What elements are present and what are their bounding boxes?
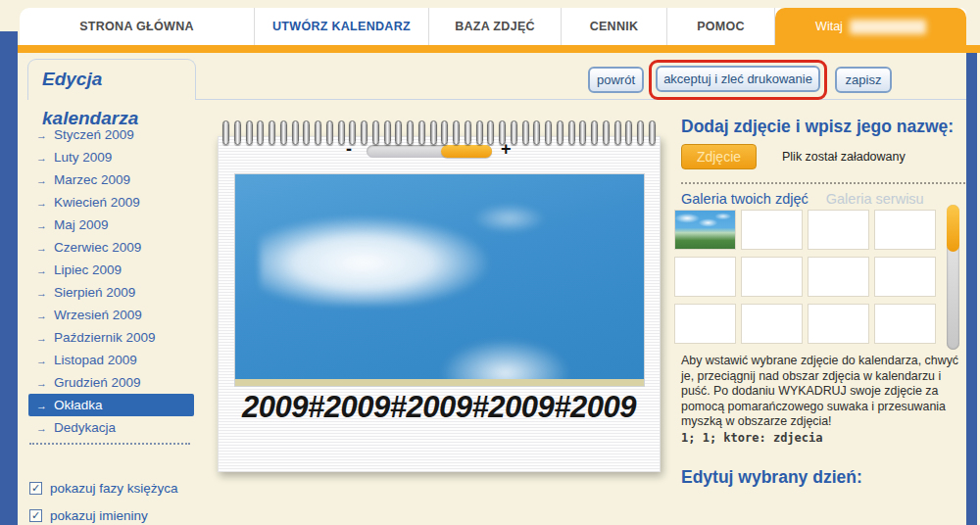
gallery-thumbnail-6[interactable] bbox=[808, 257, 869, 297]
right-edge-stripe bbox=[966, 53, 977, 525]
gallery-tab-bar: Galeria twoich zdjęćGaleria serwisu bbox=[681, 191, 924, 207]
checkbox-icon[interactable]: ✓ bbox=[29, 482, 42, 495]
arrow-icon: → bbox=[36, 422, 47, 434]
sidebar-item-label: Dedykacja bbox=[54, 420, 116, 435]
nav-tab-3[interactable]: CENNIK bbox=[562, 8, 667, 45]
tab-rule bbox=[196, 99, 966, 100]
sidebar-item-label: Styczeń 2009 bbox=[54, 127, 134, 142]
sidebar-item-13[interactable]: →Dedykacja bbox=[28, 416, 194, 439]
sidebar-item-0[interactable]: →Styczeń 2009 bbox=[28, 123, 194, 146]
spiral-ring bbox=[246, 120, 253, 145]
sidebar-item-1[interactable]: →Luty 2009 bbox=[28, 146, 194, 168]
gallery-tab-0[interactable]: Galeria twoich zdjęć bbox=[681, 191, 808, 207]
sidebar-item-12[interactable]: →Okładka bbox=[28, 394, 194, 416]
sidebar-item-9[interactable]: →Październik 2009 bbox=[28, 326, 194, 349]
highlight-annotation: akceptuj i zleć drukowanie bbox=[649, 60, 827, 100]
upload-photo-button[interactable]: Zdjęcie bbox=[681, 144, 757, 169]
nav-tab-4[interactable]: POMOC bbox=[667, 8, 775, 45]
display-options: ✓pokazuj fazy księżyca✓pokazuj imieniny bbox=[29, 474, 206, 525]
display-option-checkbox-1[interactable]: ✓pokazuj imieniny bbox=[29, 501, 206, 525]
gallery-thumbnail-2[interactable] bbox=[808, 210, 869, 250]
spiral-ring bbox=[407, 120, 414, 145]
arrow-icon: → bbox=[36, 197, 47, 209]
spiral-ring bbox=[315, 120, 321, 145]
checkbox-label: pokazuj fazy księżyca bbox=[50, 481, 178, 496]
gallery-thumbnail-8[interactable] bbox=[674, 304, 736, 344]
spiral-ring bbox=[257, 120, 264, 145]
spiral-ring bbox=[222, 120, 229, 145]
spiral-ring bbox=[522, 120, 529, 145]
gallery-thumbnail-10[interactable] bbox=[808, 304, 869, 344]
sidebar-item-label: Grudzień 2009 bbox=[54, 375, 141, 390]
sidebar-item-label: Maj 2009 bbox=[54, 217, 109, 232]
sidebar-item-8[interactable]: →Wrzesień 2009 bbox=[28, 304, 194, 326]
spiral-ring bbox=[430, 120, 437, 145]
spiral-ring bbox=[591, 120, 598, 145]
accept-and-print-button[interactable]: akceptuj i zleć drukowanie bbox=[656, 66, 820, 92]
arrow-icon: → bbox=[36, 152, 47, 164]
sidebar-item-2[interactable]: →Marzec 2009 bbox=[28, 168, 194, 191]
welcome-account-tab[interactable]: Witaj bbox=[775, 8, 966, 45]
sidebar-divider bbox=[29, 443, 190, 445]
checkbox-icon[interactable]: ✓ bbox=[29, 509, 42, 522]
arrow-icon: → bbox=[36, 242, 47, 254]
gallery-thumbnail-1[interactable] bbox=[741, 210, 803, 250]
spiral-ring bbox=[280, 120, 287, 145]
arrow-icon: → bbox=[36, 332, 47, 344]
sidebar-item-6[interactable]: →Lipiec 2009 bbox=[28, 259, 194, 281]
sidebar-item-5[interactable]: →Czerwiec 2009 bbox=[28, 236, 194, 259]
photo-bottom-strip bbox=[235, 379, 644, 386]
welcome-label: Witaj bbox=[815, 20, 843, 33]
arrow-icon: → bbox=[36, 310, 47, 321]
sidebar-item-3[interactable]: →Kwiecień 2009 bbox=[28, 191, 194, 214]
spiral-ring bbox=[384, 120, 391, 145]
sidebar-item-10[interactable]: →Listopad 2009 bbox=[28, 349, 194, 371]
drag-drop-instructions: Aby wstawić wybrane zdjęcie do kalendarz… bbox=[681, 354, 967, 430]
display-option-checkbox-0[interactable]: ✓pokazuj fazy księżyca bbox=[29, 474, 206, 501]
accent-bar bbox=[18, 45, 980, 53]
gallery-thumbnail-9[interactable] bbox=[741, 304, 803, 344]
photo-zoom-slider-handle[interactable] bbox=[441, 145, 492, 158]
gallery-thumbnail-0[interactable] bbox=[674, 210, 736, 250]
spiral-binding bbox=[222, 120, 656, 145]
spiral-ring bbox=[487, 120, 494, 145]
redacted-username bbox=[850, 20, 926, 34]
sidebar-item-7[interactable]: →Sierpień 2009 bbox=[28, 281, 194, 304]
sidebar-item-11[interactable]: →Grudzień 2009 bbox=[28, 371, 194, 394]
checkbox-label: pokazuj imieniny bbox=[50, 508, 148, 523]
gallery-thumbnail-4[interactable] bbox=[674, 257, 736, 297]
back-button[interactable]: powrót bbox=[588, 67, 644, 93]
spiral-ring bbox=[303, 120, 310, 145]
spiral-ring bbox=[511, 120, 517, 145]
photo-zoom-slider[interactable] bbox=[367, 145, 492, 158]
left-edge-stripe bbox=[0, 31, 18, 525]
spiral-ring bbox=[649, 120, 656, 145]
gallery-thumbnail-7[interactable] bbox=[874, 257, 936, 297]
gallery-scrollbar[interactable] bbox=[947, 205, 959, 350]
cloud-shape bbox=[472, 204, 546, 233]
nav-tab-0[interactable]: STRONA GŁÓWNA bbox=[20, 8, 255, 45]
cloud-shape bbox=[260, 216, 489, 306]
gallery-thumbnail-3[interactable] bbox=[874, 210, 936, 250]
thumbnail-image bbox=[675, 211, 735, 249]
arrow-icon: → bbox=[36, 264, 47, 276]
nav-tab-1[interactable]: UTWÓRZ KALENDARZ bbox=[255, 8, 429, 45]
spiral-ring bbox=[395, 120, 402, 145]
spiral-ring bbox=[568, 120, 575, 145]
spiral-ring bbox=[453, 120, 460, 145]
gallery-tab-1[interactable]: Galeria serwisu bbox=[826, 191, 924, 207]
arrow-icon: → bbox=[36, 129, 47, 141]
page-title: Edycja kalendarza bbox=[27, 59, 196, 100]
spiral-ring bbox=[234, 120, 241, 145]
sidebar-item-4[interactable]: →Maj 2009 bbox=[28, 214, 194, 236]
gallery-scrollbar-thumb[interactable] bbox=[947, 205, 959, 252]
save-button[interactable]: zapisz bbox=[835, 67, 892, 93]
gallery-thumbnail-5[interactable] bbox=[741, 257, 803, 297]
nav-tab-2[interactable]: BAZA ZDJĘĆ bbox=[429, 8, 562, 45]
spiral-ring bbox=[326, 120, 333, 145]
spiral-ring bbox=[533, 120, 540, 145]
gallery-thumbnail-11[interactable] bbox=[874, 304, 936, 344]
upload-status-text: Plik został załadowany bbox=[782, 150, 906, 164]
cover-photo-drop-area[interactable] bbox=[234, 173, 645, 387]
arrow-icon: → bbox=[36, 174, 47, 186]
